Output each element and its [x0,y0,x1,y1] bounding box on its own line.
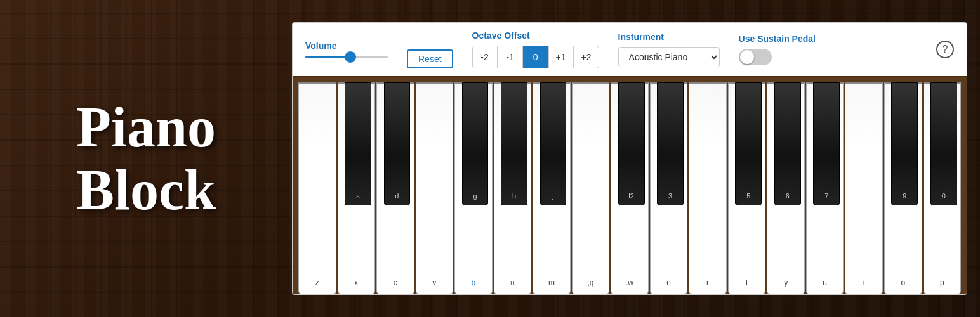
black-key-j[interactable]: j [540,82,567,205]
key-label-p: p [940,278,944,287]
octave-btn-neg1[interactable]: -1 [498,46,523,68]
bk-label-3: 3 [668,192,672,200]
black-key-g[interactable]: g [462,82,489,205]
black-key-9[interactable]: 9 [891,82,918,205]
bk-label-d: d [395,192,399,200]
key-label-dot: .w [626,278,633,287]
bk-label-h: h [512,192,516,200]
bk-label-7: 7 [824,192,828,200]
help-icon[interactable]: ? [936,41,954,58]
key-label-e: e [666,278,671,287]
octave-label: Octave Offset [472,30,599,41]
instrument-label: Insturment [618,32,720,42]
key-label-x: x [354,278,358,287]
volume-group: Volume [305,41,388,58]
key-label-c: c [394,278,397,287]
key-label-m: m [548,278,555,287]
instrument-group: Insturment Acoustic Piano Electric Piano… [618,32,720,67]
bk-label-0: 0 [942,192,946,200]
bk-label-9: 9 [903,192,906,200]
bk-label-j: j [552,192,553,200]
white-key-comma[interactable]: ,q [572,82,610,294]
toggle-knob [740,50,754,64]
key-label-o: o [901,278,905,287]
key-label-i: i [863,278,865,287]
black-key-l2[interactable]: l2 [618,82,645,205]
bk-label-6: 6 [786,192,790,200]
volume-slider[interactable] [305,56,388,58]
sustain-label: Use Sustain Pedal [739,34,816,44]
title-area: PianoBlock [0,0,292,317]
octave-group: Octave Offset -2 -1 0 +1 +2 [472,30,599,68]
key-label-comma: ,q [587,278,593,287]
key-label-v: v [432,278,436,287]
white-key-r[interactable]: r [689,82,727,294]
reset-button[interactable]: Reset [407,49,453,68]
white-key-v[interactable]: v [416,82,454,294]
keyboard-container: z x c v b n [293,77,967,294]
octave-btn-pos2[interactable]: +2 [574,46,599,68]
key-label-b: b [472,278,476,287]
octave-btn-0[interactable]: 0 [523,46,548,68]
white-key-z[interactable]: z [298,82,336,294]
sustain-group: Use Sustain Pedal [739,34,816,65]
octave-btn-neg2[interactable]: -2 [472,46,498,68]
key-label-y: y [784,278,788,287]
volume-label: Volume [305,41,388,51]
black-key-6[interactable]: 6 [774,82,801,205]
key-label-t: t [746,278,748,287]
black-key-7[interactable]: 7 [813,82,840,205]
reset-group: Reset [407,30,453,68]
black-key-d[interactable]: d [384,82,411,205]
white-key-i[interactable]: i [845,82,883,294]
piano-panel: Volume Reset Octave Offset -2 -1 0 +1 +2… [292,22,967,295]
controls-bar: Volume Reset Octave Offset -2 -1 0 +1 +2… [293,23,967,77]
volume-slider-container [305,56,388,58]
black-key-0[interactable]: 0 [930,82,957,205]
bk-label-5: 5 [746,192,750,200]
app-title: PianoBlock [76,96,216,221]
key-label-r: r [706,278,709,287]
black-key-3[interactable]: 3 [657,82,684,205]
black-key-5[interactable]: 5 [735,82,762,205]
key-label-n: n [510,278,515,287]
black-key-h[interactable]: h [501,82,527,205]
white-keys-row: z x c v b n [298,82,962,294]
key-label-z: z [315,278,319,287]
black-key-s[interactable]: s [345,82,371,205]
bk-label-l2: l2 [628,192,634,200]
octave-buttons: -2 -1 0 +1 +2 [472,46,599,68]
sustain-toggle[interactable] [739,49,772,65]
octave-btn-pos1[interactable]: +1 [548,46,574,68]
bk-label-g: g [473,192,477,200]
bk-label-s: s [356,192,360,200]
key-label-u: u [823,278,827,287]
instrument-select[interactable]: Acoustic Piano Electric Piano Organ Stri… [618,47,720,67]
